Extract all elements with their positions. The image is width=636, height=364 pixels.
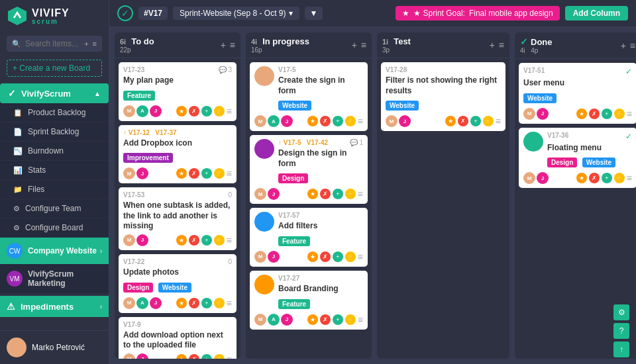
card-icon-btn[interactable]: ✗ xyxy=(458,116,468,126)
create-board-button[interactable]: + Create a new Board xyxy=(7,60,102,77)
card-icon-btn[interactable]: ⚡ xyxy=(345,314,356,325)
column-menu-button-inprogress[interactable]: ≡ xyxy=(361,40,366,50)
card-icon-btn[interactable]: ⚡ xyxy=(214,168,225,179)
sidebar-item-stats[interactable]: 📊 Stats xyxy=(0,161,109,180)
card-v17-53[interactable]: V17-53 0 When one subtask is added, the … xyxy=(119,187,237,250)
card-menu-icon[interactable]: ≡ xyxy=(358,314,363,325)
card-icon-btn[interactable]: ★ xyxy=(307,116,318,126)
card-icon-btn[interactable]: ★ xyxy=(576,109,587,119)
sidebar-item-burndown[interactable]: 📉 Burndown xyxy=(0,142,109,161)
card-menu-icon[interactable]: ≡ xyxy=(358,251,363,262)
card-icon-btn[interactable]: ✗ xyxy=(320,189,331,199)
card-menu-icon[interactable]: ≡ xyxy=(496,116,501,126)
card-icon-btn[interactable]: ★ xyxy=(176,298,187,308)
card-icon-btn[interactable]: ⚡ xyxy=(345,189,356,199)
sidebar-item-product-backlog[interactable]: 📋 Product Backlog xyxy=(0,103,109,122)
sidebar-board-vivifyscrum-marketing[interactable]: VM VivifyScrumMarketing xyxy=(0,264,109,293)
column-add-card-button-inprogress[interactable]: + xyxy=(352,40,357,50)
card-menu-icon[interactable]: ≡ xyxy=(627,109,632,119)
card-icon-btn[interactable]: ★ xyxy=(307,189,318,199)
card-icon-btn[interactable]: ✗ xyxy=(189,298,199,308)
card-menu-icon[interactable]: ≡ xyxy=(227,235,232,246)
card-icon-btn[interactable]: + xyxy=(470,116,481,126)
topbar-version[interactable]: #V17 xyxy=(138,7,168,20)
card-icon-btn[interactable]: ⚡ xyxy=(214,298,225,308)
utility-btn-1[interactable]: ⚙ xyxy=(613,304,629,320)
card-icon-btn[interactable]: ★ xyxy=(176,168,187,179)
card-icon-btn[interactable]: ✗ xyxy=(589,173,600,183)
column-add-card-button-todo[interactable]: + xyxy=(221,40,226,50)
add-column-button[interactable]: Add Column xyxy=(565,6,628,21)
utility-btn-2[interactable]: ? xyxy=(613,323,629,339)
card-menu-icon[interactable]: ≡ xyxy=(227,168,232,179)
column-add-card-button-test[interactable]: + xyxy=(490,40,495,50)
card-menu-icon[interactable]: ≡ xyxy=(227,106,232,116)
sidebar-item-configure-team[interactable]: ⚙ Configure Team xyxy=(0,199,109,218)
column-menu-button-test[interactable]: ≡ xyxy=(499,40,504,50)
column-add-card-button-done[interactable]: + xyxy=(621,40,626,51)
card-icon-btn[interactable]: ★ xyxy=(307,251,318,262)
card-icon-btn[interactable]: ⚡ xyxy=(345,116,356,126)
column-menu-button-todo[interactable]: ≡ xyxy=(230,40,235,50)
search-input[interactable] xyxy=(25,39,80,48)
column-menu-button-done[interactable]: ≡ xyxy=(630,40,635,51)
sidebar-board-company-website[interactable]: CW Company Website › xyxy=(0,238,109,264)
card-icon-btn[interactable]: ⚡ xyxy=(214,235,225,246)
card-icon-btn[interactable]: ★ xyxy=(176,354,187,359)
sidebar-item-sprint-backlog[interactable]: 📄 Sprint Backlog xyxy=(0,122,109,142)
card-icon-btn[interactable]: ⚡ xyxy=(345,251,356,262)
sidebar-item-configure-board[interactable]: ⚙ Configure Board xyxy=(0,218,109,238)
card-v17-23[interactable]: V17-23 💬 3 My plan page Feature M A J ★ xyxy=(119,62,237,121)
card-icon-btn[interactable]: ✗ xyxy=(189,106,199,116)
card-v17-28[interactable]: V17-28 Filter is not showing the right r… xyxy=(381,62,505,131)
card-icon-btn[interactable]: ⚡ xyxy=(614,109,625,119)
card-v17-27[interactable]: V17-27 Board Branding Feature M A J xyxy=(250,271,368,330)
card-menu-icon[interactable]: ≡ xyxy=(627,173,632,183)
card-menu-icon[interactable]: ≡ xyxy=(227,298,232,308)
card-icon-btn[interactable]: ★ xyxy=(307,314,318,325)
card-menu-icon[interactable]: ≡ xyxy=(358,116,363,126)
card-icon-btn[interactable]: + xyxy=(333,116,343,126)
sidebar-section-vivifyscrum[interactable]: ✓ VivifyScrum ▲ xyxy=(0,83,109,103)
card-icon-btn[interactable]: + xyxy=(602,109,612,119)
card-icon-btn[interactable]: + xyxy=(201,106,212,116)
card-icon-btn[interactable]: ★ xyxy=(576,173,587,183)
sidebar-user[interactable]: Marko Petrović xyxy=(0,330,109,364)
card-icon-btn[interactable]: + xyxy=(602,173,612,183)
card-v17-51[interactable]: V17-51 ✓ User menu Website M J ★ ✗ + xyxy=(519,63,636,124)
card-icon-btn[interactable]: ✗ xyxy=(189,354,199,359)
card-icon-btn[interactable]: + xyxy=(201,298,212,308)
card-icon-btn[interactable]: ★ xyxy=(445,116,456,126)
card-icon-btn[interactable]: ✗ xyxy=(189,235,199,246)
topbar-sprint-selector[interactable]: Sprint-Website (Sep 8 - Oct 9) ▾ xyxy=(173,7,299,20)
card-icon-btn[interactable]: ★ xyxy=(176,235,187,246)
card-v17-9[interactable]: V17-9 Add download option next to the up… xyxy=(119,317,237,359)
card-icon-btn[interactable]: + xyxy=(333,189,343,199)
card-icon-btn[interactable]: + xyxy=(201,168,212,179)
utility-btn-3[interactable]: ↑ xyxy=(613,341,629,357)
sidebar-impediments[interactable]: ⚠ Impediments › xyxy=(0,296,109,317)
card-v17-57[interactable]: V17-57 Add filters Feature M J ★ xyxy=(250,208,368,267)
topbar-filter-button[interactable]: ▼ xyxy=(305,7,323,20)
card-icon-btn[interactable]: ✗ xyxy=(320,116,331,126)
card-icon-btn[interactable]: + xyxy=(201,235,212,246)
sidebar-item-files[interactable]: 📁 Files xyxy=(0,180,109,199)
card-icon-btn[interactable]: ✗ xyxy=(320,314,331,325)
card-icon-btn[interactable]: + xyxy=(201,354,212,359)
card-menu-icon[interactable]: ≡ xyxy=(227,354,232,359)
card-icon-btn[interactable]: ✗ xyxy=(320,251,331,262)
card-icon-btn[interactable]: ⚡ xyxy=(614,173,625,183)
card-icon-btn[interactable]: ⚡ xyxy=(214,354,225,359)
card-v17-22[interactable]: V17-22 0 Update photos Design Website M … xyxy=(119,254,237,313)
card-menu-icon[interactable]: ≡ xyxy=(358,189,363,199)
search-bar[interactable]: 🔍 + ≡ xyxy=(7,36,102,52)
card-icon-btn[interactable]: ✗ xyxy=(189,168,199,179)
card-icon-btn[interactable]: ⚡ xyxy=(214,106,225,116)
card-icon-btn[interactable]: ✗ xyxy=(589,109,600,119)
card-icon-btn[interactable]: + xyxy=(333,314,343,325)
card-icon-btn[interactable]: ★ xyxy=(176,106,187,116)
card-icon-btn[interactable]: + xyxy=(333,251,343,262)
card-v17-42[interactable]: ↑ V17-5 V17-42 💬 1 Design the sign in fo… xyxy=(250,135,368,204)
card-v17-36[interactable]: V17-36 ✓ Floating menu Design Website xyxy=(519,128,636,189)
card-v17-5-signin[interactable]: V17-5 Create the sign in form Website M … xyxy=(250,62,368,131)
